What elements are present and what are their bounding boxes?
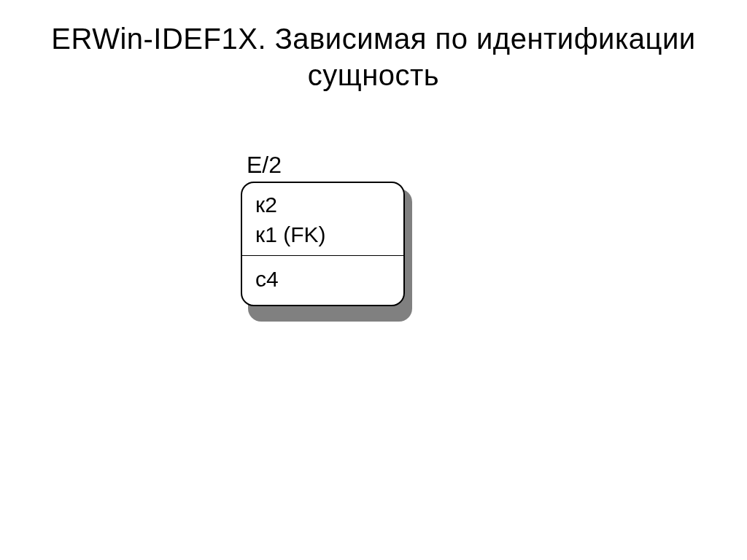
key-attribute: к2 [255,190,390,220]
entity-box-wrapper: к2 к1 (FK) с4 [241,182,409,306]
slide-title: ERWin-IDEF1X. Зависимая по идентификации… [0,0,747,93]
entity-key-section: к2 к1 (FK) [242,183,403,256]
nonkey-attribute: с4 [255,265,390,295]
entity-nonkey-section: с4 [242,256,403,305]
entity-name-label: E/2 [247,152,409,179]
entity-box: к2 к1 (FK) с4 [241,182,405,306]
key-attribute: к1 (FK) [255,220,390,250]
entity-diagram: E/2 к2 к1 (FK) с4 [241,152,409,306]
